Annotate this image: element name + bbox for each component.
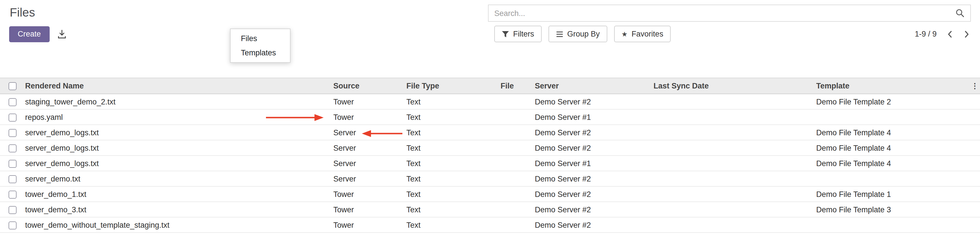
cell-source: Tower <box>333 217 406 233</box>
table-row[interactable]: tower_demo_1.txt Tower Text Demo Server … <box>0 186 980 202</box>
cell-rendered-name: tower_demo_1.txt <box>25 186 333 202</box>
files-list-table: Rendered Name Source File Type File Serv… <box>0 78 980 233</box>
header-template[interactable]: Template <box>816 78 970 94</box>
table-row[interactable]: server_demo_logs.txt Server Text Demo Se… <box>0 155 980 171</box>
cell-server: Demo Server #2 <box>535 94 654 109</box>
filters-label: Filters <box>513 30 534 38</box>
funnel-icon <box>502 30 509 37</box>
favorites-button[interactable]: ★ Favorites <box>614 26 671 42</box>
cell-template <box>816 109 970 125</box>
pager-range: 1-9 / 9 <box>915 30 937 38</box>
row-checkbox[interactable] <box>9 175 17 183</box>
chevron-left-icon <box>947 30 953 38</box>
row-checkbox[interactable] <box>9 144 17 152</box>
cell-source: Server <box>333 140 406 155</box>
cell-server: Demo Server #2 <box>535 171 654 186</box>
row-checkbox[interactable] <box>9 190 17 198</box>
cell-file-type: Text <box>406 140 501 155</box>
cell-file-type: Text <box>406 171 501 186</box>
dropdown-item-files[interactable]: Files <box>231 32 290 46</box>
header-file[interactable]: File <box>501 78 535 94</box>
cell-source: Server <box>333 171 406 186</box>
export-download-button[interactable] <box>56 28 67 40</box>
cell-server: Demo Server #2 <box>535 202 654 217</box>
cell-file <box>501 202 535 217</box>
row-checkbox[interactable] <box>9 160 17 168</box>
table-row[interactable]: server_demo_logs.txt Server Text Demo Se… <box>0 140 980 155</box>
cell-file <box>501 186 535 202</box>
cell-last-sync <box>654 217 816 233</box>
header-rendered-name[interactable]: Rendered Name <box>25 78 333 94</box>
cell-rendered-name: server_demo_logs.txt <box>25 155 333 171</box>
cell-server: Demo Server #2 <box>535 140 654 155</box>
cell-rendered-name: staging_tower_demo_2.txt <box>25 94 333 109</box>
cell-rendered-name: server_demo_logs.txt <box>25 140 333 155</box>
page-title: Files <box>10 6 35 19</box>
cell-file <box>501 171 535 186</box>
dropdown-item-templates[interactable]: Templates <box>231 46 290 60</box>
star-icon: ★ <box>622 30 628 37</box>
cell-rendered-name: tower_demo_3.txt <box>25 202 333 217</box>
files-dropdown-menu: Files Templates <box>230 29 291 63</box>
search-input[interactable] <box>488 9 955 17</box>
pager: 1-9 / 9 <box>915 26 971 42</box>
cell-last-sync <box>654 125 816 140</box>
header-server[interactable]: Server <box>535 78 654 94</box>
column-options-icon[interactable]: ⋮ <box>970 78 980 94</box>
row-checkbox[interactable] <box>9 98 17 106</box>
create-button[interactable]: Create <box>9 26 49 42</box>
cell-rendered-name: server_demo_logs.txt <box>25 125 333 140</box>
table-row[interactable]: staging_tower_demo_2.txt Tower Text Demo… <box>0 94 980 109</box>
control-panel: Files Create <box>0 0 980 49</box>
cell-template: Demo File Template 4 <box>816 140 970 155</box>
group-by-label: Group By <box>567 30 600 38</box>
cell-file <box>501 140 535 155</box>
header-file-type[interactable]: File Type <box>406 78 501 94</box>
group-by-button[interactable]: Group By <box>549 26 607 42</box>
cell-template <box>816 217 970 233</box>
cell-last-sync <box>654 140 816 155</box>
table-row[interactable]: tower_demo_3.txt Tower Text Demo Server … <box>0 202 980 217</box>
cell-source: Server <box>333 125 406 140</box>
row-checkbox[interactable] <box>9 221 17 229</box>
table-row[interactable]: repos.yaml Tower Text Demo Server #1 <box>0 109 980 125</box>
search-box <box>488 5 971 22</box>
cell-file-type: Text <box>406 202 501 217</box>
table-row[interactable]: tower_demo_without_template_staging.txt … <box>0 217 980 233</box>
favorites-label: Favorites <box>632 30 663 38</box>
table-header-row: Rendered Name Source File Type File Serv… <box>0 78 980 94</box>
search-icon[interactable] <box>955 9 970 18</box>
pager-previous-button[interactable] <box>946 29 954 39</box>
cell-source: Tower <box>333 186 406 202</box>
cell-source: Tower <box>333 109 406 125</box>
group-by-icon <box>556 30 563 37</box>
download-icon <box>57 29 66 38</box>
cell-server: Demo Server #2 <box>535 186 654 202</box>
cell-template <box>816 171 970 186</box>
cell-rendered-name: tower_demo_without_template_staging.txt <box>25 217 333 233</box>
chevron-right-icon <box>964 30 970 38</box>
cell-file <box>501 94 535 109</box>
row-checkbox[interactable] <box>9 113 17 121</box>
table-row[interactable]: server_demo.txt Server Text Demo Server … <box>0 171 980 186</box>
cell-file-type: Text <box>406 186 501 202</box>
cell-file-type: Text <box>406 217 501 233</box>
cell-template: Demo File Template 1 <box>816 186 970 202</box>
cell-rendered-name: repos.yaml <box>25 109 333 125</box>
cell-template: Demo File Template 2 <box>816 94 970 109</box>
filters-button[interactable]: Filters <box>494 26 542 42</box>
cell-last-sync <box>654 171 816 186</box>
header-last-sync-date[interactable]: Last Sync Date <box>654 78 816 94</box>
table-row[interactable]: server_demo_logs.txt Server Text Demo Se… <box>0 125 980 140</box>
cell-source: Server <box>333 155 406 171</box>
row-checkbox[interactable] <box>9 206 17 214</box>
select-all-cell <box>0 78 25 94</box>
select-all-checkbox[interactable] <box>9 82 17 90</box>
cell-template: Demo File Template 3 <box>816 202 970 217</box>
pager-next-button[interactable] <box>963 29 971 39</box>
cell-last-sync <box>654 202 816 217</box>
search-options: Filters Group By ★ Favorites <box>494 26 671 42</box>
cell-file-type: Text <box>406 109 501 125</box>
header-source[interactable]: Source <box>333 78 406 94</box>
row-checkbox[interactable] <box>9 129 17 137</box>
